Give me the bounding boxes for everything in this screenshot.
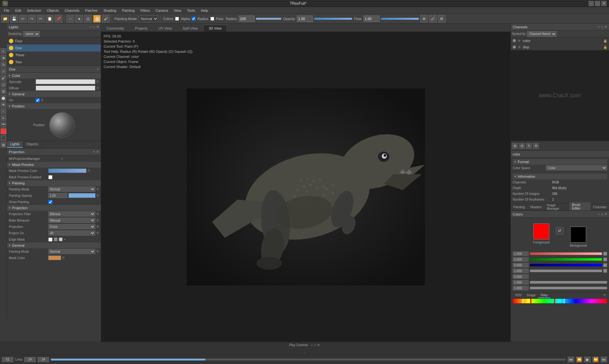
vtool-erase[interactable]: ◻ xyxy=(1,82,6,87)
play-maximize[interactable]: □ xyxy=(314,343,316,347)
menu-objects[interactable]: Objects xyxy=(44,8,61,13)
channels-maximize[interactable]: □ xyxy=(601,25,603,29)
right-slider-input-2[interactable] xyxy=(513,286,529,290)
bake-behavior-select[interactable]: Manual xyxy=(48,218,95,223)
tab-split-view[interactable]: Split View xyxy=(177,25,203,31)
menu-camera[interactable]: Camera xyxy=(153,8,171,13)
on-r[interactable]: R xyxy=(41,99,43,102)
slider-lock-1[interactable] xyxy=(603,258,607,261)
color-space-select[interactable]: Color xyxy=(546,165,607,170)
proj-filter-select[interactable]: Bilinear xyxy=(48,211,95,216)
tab-projects[interactable]: Projects xyxy=(130,25,153,31)
toolbar-btn-1[interactable]: 📁 xyxy=(1,15,9,23)
vtool-paint[interactable]: 🖌 xyxy=(1,75,6,81)
ch-btn-2[interactable]: ⊟ xyxy=(519,143,525,149)
flow-input[interactable]: 1.00 xyxy=(364,16,380,22)
channel-disp[interactable]: 👁 disp 🔒 xyxy=(511,44,609,50)
subtab-shaders[interactable]: Shaders xyxy=(527,204,544,210)
toolbar-extra-2[interactable]: 🖊 xyxy=(429,15,437,23)
light-item-three[interactable]: Three xyxy=(7,52,101,58)
loop-input[interactable]: 24 xyxy=(24,357,36,362)
channels-close[interactable]: ✕ xyxy=(605,25,607,29)
project-on-r[interactable]: R xyxy=(97,231,99,235)
projection-r[interactable]: R xyxy=(97,225,99,229)
channel-color[interactable]: 👁 color 🔒 xyxy=(511,38,609,44)
vtool-scale[interactable]: ⤢ xyxy=(1,68,6,74)
show-painting-checkbox[interactable] xyxy=(48,200,52,204)
menu-filters[interactable]: Filters xyxy=(138,8,153,13)
fainting-mode-select[interactable]: Normal xyxy=(48,249,95,254)
menu-tools[interactable]: Tools xyxy=(184,8,198,13)
right-slider-track-0[interactable] xyxy=(530,275,607,278)
ch-btn-1[interactable]: ⊞ xyxy=(512,143,518,149)
hsv-tab-grey[interactable]: Grey xyxy=(538,293,550,298)
diffuse-r[interactable]: R xyxy=(97,86,99,90)
foreground-swatch[interactable] xyxy=(533,223,549,239)
vtool-select[interactable]: ↖ xyxy=(1,48,6,54)
edge-mask-color2[interactable] xyxy=(59,237,63,241)
fps-input[interactable]: 24 xyxy=(38,357,49,362)
channels-sort-select[interactable]: Channel Name xyxy=(527,31,557,37)
right-slider-track-1[interactable] xyxy=(530,281,607,284)
menu-selection[interactable]: Selection xyxy=(24,8,44,13)
light-item-one[interactable]: One xyxy=(7,45,101,52)
proj-manager-btn[interactable]: + xyxy=(61,157,63,161)
colors-maximize[interactable]: □ xyxy=(601,212,603,216)
mask-color-r[interactable]: R xyxy=(88,169,90,173)
play-skip-start[interactable]: ⏮ xyxy=(568,357,574,362)
projection-select[interactable]: Front xyxy=(48,224,95,229)
vtool-camera[interactable]: 📷 xyxy=(1,122,6,127)
viewport[interactable]: FPS: 59.00 Selected Patches: 0 Current T… xyxy=(101,32,510,342)
proj-opacity-input[interactable]: 1.00 xyxy=(48,193,67,198)
mask-preview-checkbox[interactable] xyxy=(48,175,52,179)
menu-shading[interactable]: Shading xyxy=(101,8,119,13)
vtool-eye[interactable]: 👁 xyxy=(1,102,6,107)
light-item-two[interactable]: Two xyxy=(7,58,101,65)
colors-minimize[interactable]: ─ xyxy=(598,212,600,216)
format-section-header[interactable]: ▼ Format xyxy=(513,159,607,165)
menu-help[interactable]: Help xyxy=(198,8,211,13)
swap-colors-button[interactable]: ⇄ xyxy=(556,227,564,235)
minimize-button[interactable]: ─ xyxy=(589,1,594,6)
vtool-fill[interactable]: ⬤ xyxy=(1,95,6,101)
subtab-image-manager[interactable]: Image Manager xyxy=(544,203,569,211)
subtab-channels[interactable]: Channels xyxy=(591,204,609,210)
slider-input-0[interactable] xyxy=(513,251,529,256)
radius-slider[interactable] xyxy=(256,18,281,20)
vtool-color-red[interactable] xyxy=(1,128,6,134)
tab-objects[interactable]: Objects xyxy=(23,141,41,148)
proj-painting-mode-r[interactable]: R xyxy=(97,188,99,191)
hsv-tab-hsv[interactable]: HSV xyxy=(513,293,524,298)
info-section-header[interactable]: ▼ Information xyxy=(513,174,607,179)
toolbar-btn-8[interactable]: ○ xyxy=(66,15,74,23)
fainting-mode-r[interactable]: R xyxy=(97,250,99,253)
toolbar-btn-4[interactable]: ↪ xyxy=(28,15,36,23)
diffuse-input[interactable] xyxy=(36,86,95,91)
lights-close[interactable]: ✕ xyxy=(96,25,99,29)
channels-minimize[interactable]: ─ xyxy=(598,25,600,29)
right-slider-input-0[interactable] xyxy=(513,274,529,279)
menu-file[interactable]: File xyxy=(1,8,12,13)
menu-patches[interactable]: Patches xyxy=(83,8,100,13)
painting-mode-select[interactable]: Normal xyxy=(139,16,158,22)
channel-color-lock[interactable]: 🔒 xyxy=(603,39,607,43)
proj-opacity-slider[interactable] xyxy=(69,193,95,198)
toolbar-btn-3[interactable]: ↩ xyxy=(19,15,27,23)
tab-lights[interactable]: Lights xyxy=(7,141,23,148)
proj-opacity-r[interactable]: R xyxy=(97,194,99,197)
opacity-input[interactable]: 1.00 xyxy=(297,16,313,22)
menu-painting[interactable]: Painting xyxy=(120,8,137,13)
position-sphere[interactable] xyxy=(49,112,75,138)
colors-close[interactable]: ✕ xyxy=(605,212,607,216)
right-slider-track-2[interactable] xyxy=(530,287,607,289)
radius-checkbox[interactable] xyxy=(210,17,214,21)
toolbar-btn-11[interactable]: ⬤ xyxy=(93,15,101,23)
frame-start-input[interactable]: 0 xyxy=(2,357,13,362)
edge-mask-add[interactable]: + xyxy=(64,238,66,241)
slider-lock-0[interactable] xyxy=(603,252,607,256)
slider-input-3[interactable] xyxy=(513,269,529,273)
alpha-checkbox[interactable] xyxy=(192,17,195,21)
slider-2[interactable] xyxy=(530,264,602,266)
slider-input-1[interactable] xyxy=(513,257,529,262)
mask-preview-section[interactable]: ▼ Mask Preview xyxy=(7,162,101,168)
